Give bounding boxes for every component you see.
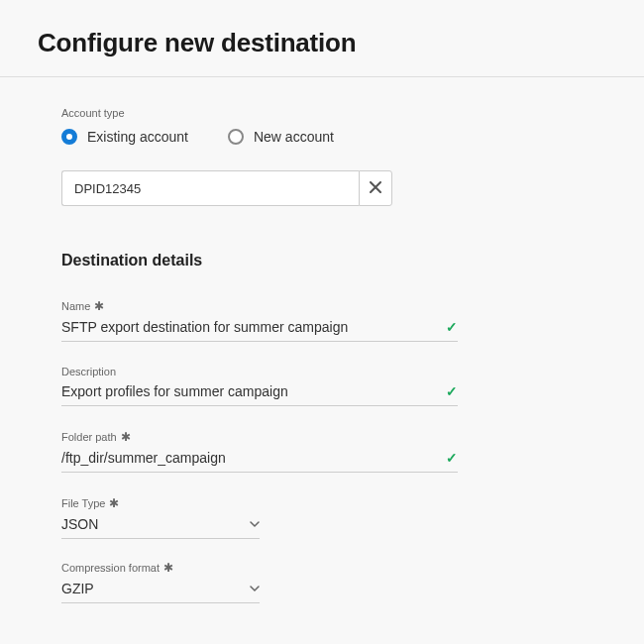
folder-path-field-label: Folder path ✱ [61,430,458,444]
radio-unselected-icon [228,129,244,145]
account-type-label: Account type [61,107,644,119]
name-input[interactable] [61,319,458,335]
check-icon: ✓ [446,319,458,335]
name-field-label: Name ✱ [61,299,458,313]
radio-existing-account[interactable]: Existing account [61,129,188,145]
clear-account-button[interactable] [359,170,392,206]
destination-details-title: Destination details [61,252,644,269]
page-title: Configure new destination [38,28,644,58]
radio-selected-icon [61,129,77,145]
required-asterisk-icon: ✱ [109,496,119,510]
chevron-down-icon [250,584,260,593]
close-icon [370,179,381,197]
file-type-select[interactable]: JSON [61,516,260,539]
radio-new-label: New account [254,129,334,145]
check-icon: ✓ [446,450,458,466]
required-asterisk-icon: ✱ [94,299,104,313]
compression-value: GZIP [61,581,94,596]
section-divider [0,76,644,77]
compression-format-select[interactable]: GZIP [61,581,260,603]
file-type-field-label: File Type ✱ [61,496,260,510]
required-asterisk-icon: ✱ [121,430,131,444]
required-asterisk-icon: ✱ [163,561,173,575]
account-id-input[interactable] [61,170,359,206]
check-icon: ✓ [446,383,458,399]
file-type-value: JSON [61,516,98,532]
description-input[interactable] [61,383,458,399]
radio-new-account[interactable]: New account [228,129,334,145]
radio-existing-label: Existing account [87,129,188,145]
description-field-label: Description [61,366,458,377]
account-type-radio-group: Existing account New account [61,129,644,145]
folder-path-input[interactable] [61,450,458,466]
chevron-down-icon [250,519,260,529]
compression-field-label: Compression format ✱ [61,561,260,575]
